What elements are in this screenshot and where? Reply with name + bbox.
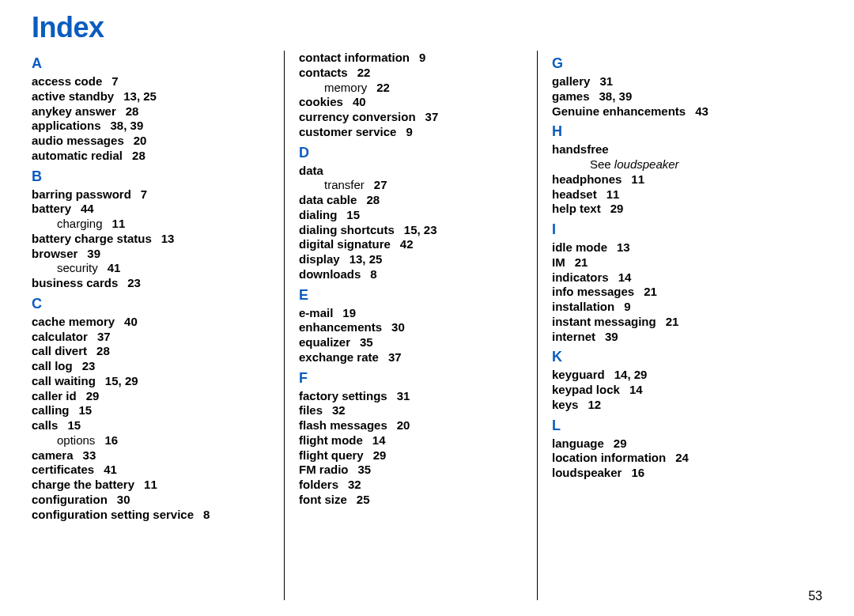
index-pages: 21 [644,285,657,298]
index-term: headset [552,187,597,201]
index-term: access code [32,74,102,88]
index-pages: 15 [67,418,81,432]
index-see-reference: See loudspeaker [552,157,791,172]
index-term: cookies [299,95,343,108]
index-term: charge the battery [32,478,134,491]
index-entry: dialing shortcuts15, 23 [299,223,523,238]
index-pages: 9 [419,51,425,64]
index-term: exchange rate [299,350,379,364]
index-subentry: charging11 [32,217,270,232]
section-letter: G [552,55,791,72]
index-term: flight mode [299,433,363,447]
index-entry: FM radio35 [299,463,523,478]
index-entry: headset11 [552,187,791,202]
index-pages: 8 [370,267,376,281]
index-entry: dialing15 [299,208,523,223]
section-letter: D [299,145,523,161]
index-term: currency conversion [299,110,416,123]
index-pages: 21 [575,255,588,269]
index-pages: 29 [614,436,627,450]
index-term: location information [552,451,666,464]
index-term: e-mail [299,306,333,319]
index-pages: 23 [82,359,96,372]
index-term: call divert [32,344,87,357]
index-subentry: security41 [32,261,270,276]
index-pages: 43 [695,104,709,118]
index-pages: 20 [134,134,147,147]
section-letter: C [32,296,270,312]
index-entry: Genuine enhancements43 [552,104,791,119]
index-pages: 13, 25 [123,89,157,103]
index-entry: business cards23 [32,276,270,291]
index-pages: 31 [397,389,410,402]
index-columns: Aaccess code7active standby13, 25anykey … [32,51,822,600]
section-letter: K [552,349,791,365]
index-term: IM [552,255,565,269]
index-subentry: options16 [32,433,270,448]
index-entry: currency conversion37 [299,110,523,125]
index-pages: 14 [629,383,643,396]
index-pages: 21 [666,315,679,328]
index-subterm: options [57,433,95,447]
index-term: digital signature [299,237,391,251]
index-term: help text [552,202,601,215]
index-term: applications [32,119,101,132]
index-entry: handsfree [552,142,791,157]
index-term: customer service [299,125,396,138]
section-letter: A [32,55,270,72]
index-pages: 15 [346,208,360,221]
page-title: Index [32,11,822,44]
index-term: keypad lock [552,383,620,396]
index-entry: charge the battery11 [32,478,270,493]
index-entry: data [299,164,523,179]
index-entry: keypad lock14 [552,383,791,398]
index-entry: contact information9 [299,51,523,66]
index-entry: automatic redial28 [32,149,270,164]
index-pages: 29 [373,448,387,462]
index-entry: calculator37 [32,330,270,345]
index-entry: anykey answer28 [32,104,270,119]
index-pages: 41 [108,261,121,274]
index-entry: cache memory40 [32,315,270,330]
index-pages: 11 [144,478,157,491]
index-term: folders [299,478,338,491]
index-pages: 37 [97,330,111,343]
index-pages: 27 [374,178,387,191]
index-term: calls [32,418,58,432]
index-entry: gallery31 [552,74,791,89]
index-term: active standby [32,89,114,103]
index-pages: 32 [348,478,361,491]
see-prefix: See [590,157,614,171]
column-2: contact information9contacts22memory22co… [285,51,538,600]
index-entry: cookies40 [299,95,523,110]
index-entry: applications38, 39 [32,119,270,134]
index-subterm: transfer [324,178,365,191]
index-entry: factory settings31 [299,389,523,404]
index-pages: 8 [203,508,210,521]
index-pages: 14 [618,270,632,284]
index-entry: customer service9 [299,125,523,140]
index-pages: 15, 29 [105,374,138,387]
index-entry: flight query29 [299,448,523,463]
index-entry: installation9 [552,300,791,315]
index-term: camera [32,448,74,462]
index-entry: keyguard14, 29 [552,368,791,383]
index-entry: audio messages20 [32,134,270,149]
index-entry: configuration setting service8 [32,508,270,523]
index-entry: equalizer35 [299,335,523,350]
index-pages: 40 [124,315,138,328]
index-term: dialing shortcuts [299,223,395,236]
index-term: FM radio [299,463,349,476]
index-term: instant messaging [552,315,656,328]
section-letter: F [299,370,523,387]
index-pages: 23 [127,276,141,289]
section-letter: I [552,221,791,238]
index-subterm: security [57,261,98,274]
index-term: anykey answer [32,104,116,118]
index-term: battery charge status [32,232,152,245]
index-term: downloads [299,267,361,281]
index-pages: 30 [117,493,130,506]
index-pages: 39 [87,247,100,260]
index-term: call waiting [32,374,96,387]
index-pages: 29 [610,202,624,215]
